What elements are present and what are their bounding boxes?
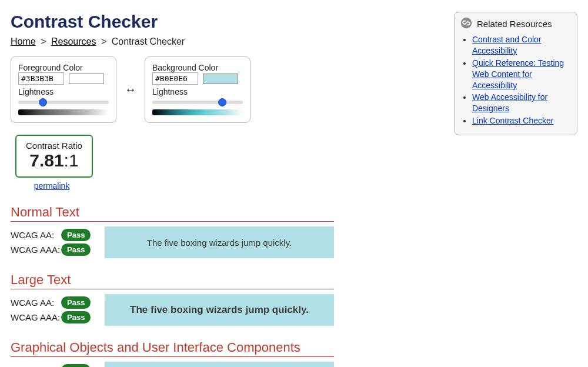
list-item: Link Contrast Checker [472,115,571,126]
foreground-hue-bar[interactable] [18,109,109,115]
foreground-legend: Foreground Color [18,63,109,72]
permalink-link[interactable]: permalink [16,181,87,191]
background-legend: Background Color [152,63,243,72]
list-item: Contrast and Color Accessibility [472,34,571,56]
list-item: Quick Reference: Testing Web Content for… [472,58,571,91]
foreground-lightness-label: Lightness [18,87,109,96]
breadcrumb: Home > Resources > Contrast Checker [11,36,437,47]
large-text-heading: Large Text [11,272,334,289]
large-aaa-badge: Pass [61,311,91,323]
ui-sample: ✓ [105,362,334,367]
normal-text-sample[interactable]: The five boxing wizards jump quickly. [105,226,334,258]
background-hue-bar[interactable] [152,109,243,115]
ui-aa-badge: Pass [61,364,91,367]
breadcrumb-sep: > [41,36,46,46]
normal-aaa-label: WCAG AAA: [11,245,61,255]
normal-text-heading: Normal Text [11,205,334,222]
foreground-swatch[interactable] [69,74,104,84]
list-item: Web Accessibility for Designers [472,92,571,114]
foreground-lightness-slider[interactable] [18,101,109,104]
contrast-ratio-value: 7.81:1 [26,151,82,171]
related-link[interactable]: Quick Reference: Testing Web Content for… [472,58,564,90]
ratio-denom: :1 [64,151,79,170]
foreground-picker: Foreground Color Lightness [11,56,116,123]
ui-heading: Graphical Objects and User Interface Com… [11,340,334,357]
large-text-sample[interactable]: The five boxing wizards jump quickly. [105,294,334,326]
background-lightness-slider[interactable] [152,101,243,104]
background-hex-input[interactable] [152,72,198,85]
large-aa-badge: Pass [61,296,91,309]
large-aa-label: WCAG AA: [11,298,61,308]
related-link[interactable]: Web Accessibility for Designers [472,92,547,113]
background-picker: Background Color Lightness [145,56,250,123]
ratio-number: 7.81 [29,151,64,170]
foreground-hex-input[interactable] [18,72,64,85]
breadcrumb-sep: > [101,36,106,46]
page-title: Contrast Checker [11,12,437,32]
normal-aa-badge: Pass [61,229,91,241]
related-link[interactable]: Link Contrast Checker [472,116,554,125]
breadcrumb-home[interactable]: Home [11,36,36,46]
breadcrumb-current: Contrast Checker [112,36,185,46]
related-link[interactable]: Contrast and Color Accessibility [472,35,542,55]
swap-colors-icon[interactable]: ↔ [122,83,139,96]
background-swatch[interactable] [203,74,238,84]
breadcrumb-resources[interactable]: Resources [51,36,96,46]
large-aaa-label: WCAG AAA: [11,312,61,322]
normal-aa-label: WCAG AA: [11,230,61,240]
link-icon [460,17,472,31]
normal-aaa-badge: Pass [61,243,91,256]
contrast-ratio-box: Contrast Ratio 7.81:1 [15,135,93,178]
background-lightness-label: Lightness [152,87,243,96]
contrast-ratio-label: Contrast Ratio [26,141,82,151]
related-resources-box: Related Resources Contrast and Color Acc… [454,12,577,135]
related-heading: Related Resources [477,19,552,29]
